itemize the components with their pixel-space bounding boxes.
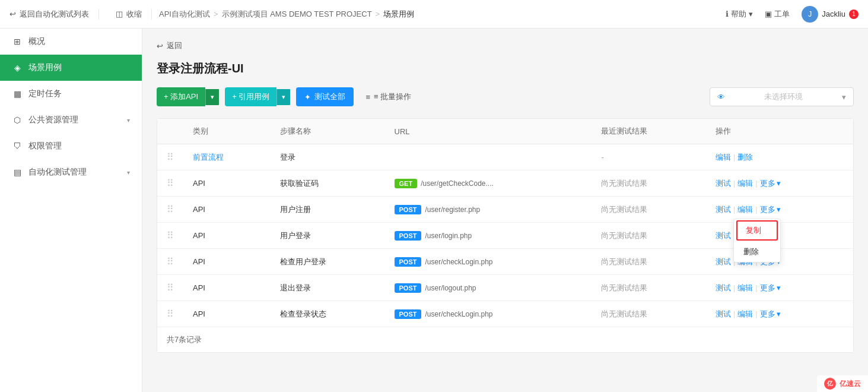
breadcrumb-item3: 场景用例 bbox=[383, 9, 414, 20]
drag-handle-icon[interactable]: ⠿ bbox=[167, 178, 174, 188]
step-name: 检查用户登录 bbox=[280, 257, 326, 266]
drag-handle-icon[interactable]: ⠿ bbox=[167, 283, 174, 293]
workorder-button[interactable]: ▣ 工单 bbox=[765, 9, 790, 20]
more-chevron-icon: ▾ bbox=[777, 179, 781, 188]
table-row: ⠿API获取验证码GET/user/getCheckCode....尚无测试结果… bbox=[157, 170, 853, 197]
table-row: ⠿API退出登录POST/user/logout.php尚无测试结果测试|编辑|… bbox=[157, 275, 853, 301]
drag-handle-cell: ⠿ bbox=[157, 301, 183, 327]
collapse-button[interactable]: ◫ 收缩 bbox=[106, 9, 152, 20]
env-select[interactable]: 👁 未选择环境 ▾ bbox=[710, 87, 854, 106]
url-text: /user/register.php bbox=[425, 206, 480, 214]
toolbar: + 添加API ▾ + 引用用例 ▾ ✦ 测试全部 ≡ ≡ 批量操作 👁 bbox=[157, 87, 854, 106]
test-action-link[interactable]: 测试 bbox=[716, 257, 731, 266]
table-container: 类别 步骤名称 URL 最近测试结果 操作 ⠿前置流程登录-编辑|删除⠿API获… bbox=[157, 118, 854, 353]
topbar: ↩ 返回自动化测试列表 ◫ 收缩 API自动化测试 > 示例测试项目 AMS D… bbox=[0, 0, 868, 29]
test-result-text: - bbox=[601, 153, 603, 162]
sidebar-item-label: 定时任务 bbox=[28, 88, 62, 99]
notification-badge: 1 bbox=[849, 10, 859, 19]
test-action-link[interactable]: 测试 bbox=[716, 283, 731, 292]
edit-action-link[interactable]: 编辑 bbox=[737, 283, 753, 292]
drag-handle-cell: ⠿ bbox=[157, 144, 183, 170]
data-table: 类别 步骤名称 URL 最近测试结果 操作 ⠿前置流程登录-编辑|删除⠿API获… bbox=[157, 119, 853, 327]
quote-button[interactable]: + 引用用例 ▾ bbox=[225, 87, 290, 106]
edit-action-link[interactable]: 编辑 bbox=[737, 179, 753, 188]
sidebar-item-permission[interactable]: ⛉ 权限管理 bbox=[0, 133, 142, 159]
table-cell-result: 尚无测试结果 bbox=[592, 275, 706, 301]
sidebar-item-auto-test[interactable]: ▤ 自动化测试管理 ▾ bbox=[0, 159, 142, 185]
step-name: 用户登录 bbox=[280, 231, 311, 240]
url-text: /user/login.php bbox=[425, 232, 472, 240]
test-action-link[interactable]: 测试 bbox=[716, 179, 731, 188]
back-label: 返回自动化测试列表 bbox=[20, 9, 89, 20]
back-link-label: 返回 bbox=[167, 40, 182, 51]
drag-handle-icon[interactable]: ⠿ bbox=[167, 309, 174, 319]
table-cell-category: API bbox=[183, 249, 271, 275]
breadcrumb-item2[interactable]: 示例测试项目 AMS DEMO TEST PROJECT bbox=[222, 9, 372, 20]
list-icon: ≡ bbox=[365, 93, 370, 102]
sidebar-item-scheduled[interactable]: ▦ 定时任务 bbox=[0, 81, 142, 107]
test-result-text: 尚无测试结果 bbox=[601, 283, 647, 292]
more-action-button[interactable]: 更多▾ bbox=[760, 204, 781, 215]
table-cell-category: API bbox=[183, 170, 271, 197]
drag-handle-icon[interactable]: ⠿ bbox=[167, 257, 174, 267]
dropdown-item[interactable]: 删除 bbox=[734, 242, 780, 262]
collapse-icon: ◫ bbox=[116, 10, 123, 18]
sidebar-item-scene[interactable]: ◈ 场景用例 bbox=[0, 55, 142, 81]
breadcrumb-item1[interactable]: API自动化测试 bbox=[159, 9, 210, 20]
table-cell-url: POST/user/register.php bbox=[385, 197, 592, 223]
quote-label: + 引用用例 bbox=[232, 91, 269, 102]
back-link[interactable]: ↩ 返回 bbox=[157, 40, 854, 51]
edit-action-link[interactable]: 编辑 bbox=[737, 205, 753, 214]
table-cell-result: 尚无测试结果 bbox=[592, 170, 706, 197]
test-result-text: 尚无测试结果 bbox=[601, 257, 647, 266]
quote-main[interactable]: + 引用用例 bbox=[225, 87, 276, 106]
table-header-category: 类别 bbox=[183, 119, 271, 144]
more-action-button[interactable]: 更多▾ bbox=[760, 283, 781, 293]
drag-handle-icon[interactable]: ⠿ bbox=[167, 230, 174, 241]
box-icon: ⬡ bbox=[12, 115, 23, 125]
table-cell-result: - bbox=[592, 144, 706, 170]
sidebar-item-overview[interactable]: ⊞ 概况 bbox=[0, 29, 142, 55]
table-cell-actions: 编辑|删除 bbox=[706, 144, 853, 170]
edit-action-link[interactable]: 编辑 bbox=[737, 309, 753, 318]
drag-handle-icon[interactable]: ⠿ bbox=[167, 152, 174, 162]
dropdown-item[interactable]: 复制 bbox=[736, 220, 778, 241]
table-cell-actions: 测试|编辑|更多▾ bbox=[706, 275, 853, 301]
url-text: /user/logout.php bbox=[425, 284, 476, 292]
add-api-label: + 添加API bbox=[164, 91, 198, 102]
edit-action-link[interactable]: 编辑 bbox=[716, 153, 731, 162]
layout: ⊞ 概况 ◈ 场景用例 ▦ 定时任务 ⬡ 公共资源管理 ▾ ⛉ bbox=[0, 29, 868, 392]
drag-handle-icon[interactable]: ⠿ bbox=[167, 204, 174, 214]
quote-arrow[interactable]: ▾ bbox=[276, 89, 290, 105]
help-label: 帮助 bbox=[731, 9, 746, 20]
table-cell-category: API bbox=[183, 275, 271, 301]
test-all-button[interactable]: ✦ 测试全部 bbox=[296, 87, 354, 106]
category-link[interactable]: 前置流程 bbox=[193, 153, 224, 162]
table-header-step: 步骤名称 bbox=[271, 119, 385, 144]
back-button[interactable]: ↩ 返回自动化测试列表 bbox=[9, 9, 99, 20]
sidebar: ⊞ 概况 ◈ 场景用例 ▦ 定时任务 ⬡ 公共资源管理 ▾ ⛉ bbox=[0, 29, 142, 392]
username: Jackliu bbox=[822, 10, 845, 18]
test-action-link[interactable]: 测试 bbox=[716, 205, 731, 214]
workorder-icon: ▣ bbox=[765, 10, 772, 18]
sidebar-item-public-resources[interactable]: ⬡ 公共资源管理 ▾ bbox=[0, 107, 142, 133]
table-row: ⠿API检查登录状态POST/user/checkLogin.php尚无测试结果… bbox=[157, 301, 853, 327]
test-action-link[interactable]: 测试 bbox=[716, 231, 731, 240]
avatar: J bbox=[802, 6, 818, 23]
workorder-label: 工单 bbox=[774, 9, 790, 20]
test-action-link[interactable]: 测试 bbox=[716, 309, 731, 318]
help-button[interactable]: ℹ 帮助 ▾ bbox=[726, 9, 753, 20]
add-api-arrow[interactable]: ▾ bbox=[205, 89, 219, 105]
add-api-button[interactable]: + 添加API ▾ bbox=[157, 87, 219, 106]
breadcrumb-sep1: > bbox=[214, 10, 218, 18]
user-menu[interactable]: J Jackliu 1 bbox=[802, 6, 859, 23]
batch-button[interactable]: ≡ ≡ 批量操作 bbox=[360, 87, 417, 106]
table-cell-result: 尚无测试结果 bbox=[592, 301, 706, 327]
more-action-button[interactable]: 更多▾ bbox=[760, 178, 781, 189]
delete-action-link[interactable]: 删除 bbox=[737, 153, 753, 162]
more-action-button[interactable]: 更多▾ bbox=[760, 309, 781, 320]
sidebar-item-label: 自动化测试管理 bbox=[28, 167, 87, 178]
add-api-main[interactable]: + 添加API bbox=[157, 87, 205, 106]
table-cell-result: 尚无测试结果 bbox=[592, 223, 706, 249]
method-badge-post: POST bbox=[395, 257, 422, 267]
